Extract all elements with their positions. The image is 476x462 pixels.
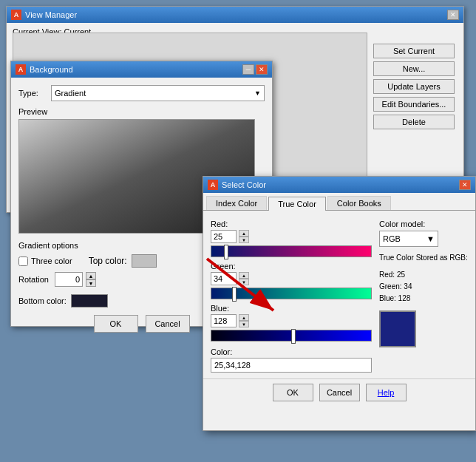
top-color-label: Top color: xyxy=(89,256,127,266)
model-chevron-icon: ▼ xyxy=(426,234,435,243)
bg-minimize-button[interactable]: ─ xyxy=(242,64,254,75)
sc-help-button[interactable]: Help xyxy=(366,384,407,401)
green-slider[interactable] xyxy=(211,288,372,299)
color-label: Color: xyxy=(211,347,372,356)
color-preview-swatch xyxy=(379,310,416,347)
view-manager-titlebar: A View Manager ✕ xyxy=(7,7,463,23)
color-value-input[interactable] xyxy=(211,358,372,373)
green-up-button[interactable]: ▲ xyxy=(239,272,249,279)
blue-label: Blue: xyxy=(211,304,372,313)
close-button[interactable]: ✕ xyxy=(447,10,459,20)
blue-up-button[interactable]: ▲ xyxy=(239,314,249,321)
red-spin: ▲ ▼ xyxy=(239,230,249,243)
true-color-info: True Color Stored as RGB: xyxy=(379,253,468,263)
new-button[interactable]: New... xyxy=(373,61,455,76)
blue-down-button[interactable]: ▼ xyxy=(239,321,249,327)
red-info-value: 25 xyxy=(397,271,405,279)
color-model-dropdown[interactable]: RGB ▼ xyxy=(379,231,438,247)
app-icon: A xyxy=(11,10,21,20)
blue-info-label: Blue: xyxy=(379,294,396,302)
blue-slider-thumb xyxy=(291,329,296,344)
color-info-values: Red: 25 Green: 34 Blue: 128 xyxy=(379,269,468,305)
tab-true-color[interactable]: True Color xyxy=(268,197,326,211)
titlebar-controls: ✕ xyxy=(447,10,459,20)
blue-spin: ▲ ▼ xyxy=(239,314,249,327)
type-label: Type: xyxy=(18,89,47,98)
green-spin: ▲ ▼ xyxy=(239,272,249,285)
red-down-button[interactable]: ▼ xyxy=(239,237,249,243)
rotation-input[interactable] xyxy=(55,272,83,287)
blue-info-value: 128 xyxy=(398,294,411,302)
bottom-color-label: Bottom color: xyxy=(18,296,67,305)
edit-boundaries-button[interactable]: Edit Boundaries... xyxy=(373,97,455,112)
sc-close-button[interactable]: ✕ xyxy=(459,180,471,190)
delete-button[interactable]: Delete xyxy=(373,115,455,129)
green-slider-thumb xyxy=(232,287,237,302)
tab-index-color[interactable]: Index Color xyxy=(206,196,267,210)
set-current-button[interactable]: Set Current xyxy=(373,44,455,58)
red-channel-row: Red: ▲ ▼ xyxy=(211,220,372,257)
three-color-label: Three color xyxy=(31,257,72,265)
blue-input[interactable] xyxy=(211,314,237,327)
type-value: Gradient xyxy=(55,89,86,98)
rotation-label: Rotation xyxy=(18,275,52,284)
red-slider[interactable] xyxy=(211,245,372,257)
view-manager-title: View Manager xyxy=(25,10,77,19)
green-label: Green: xyxy=(211,262,372,271)
green-down-button[interactable]: ▼ xyxy=(239,279,249,285)
bg-cancel-button[interactable]: Cancel xyxy=(146,315,190,333)
three-color-checkbox[interactable] xyxy=(18,257,28,266)
three-color-checkbox-item: Three color xyxy=(18,257,72,266)
green-info-value: 34 xyxy=(404,282,412,291)
bg-close-button[interactable]: ✕ xyxy=(256,64,268,75)
red-info-label: Red: xyxy=(379,271,395,279)
rotation-spin: ▲ ▼ xyxy=(86,272,96,287)
preview-label: Preview xyxy=(18,107,265,116)
green-channel-row: Green: ▲ ▼ xyxy=(211,262,372,299)
sc-sliders-panel: Red: ▲ ▼ Green: ▲ xyxy=(211,220,372,373)
background-title: Background xyxy=(30,65,73,74)
bottom-color-swatch[interactable] xyxy=(71,294,108,308)
rotation-up-arrow[interactable]: ▲ xyxy=(86,272,96,279)
top-color-swatch[interactable] xyxy=(132,254,157,268)
bg-ok-button[interactable]: OK xyxy=(94,315,138,333)
type-dropdown[interactable]: Gradient ▼ xyxy=(51,85,265,101)
sc-cancel-button[interactable]: Cancel xyxy=(319,384,360,401)
color-model-label: Color model: xyxy=(379,220,468,228)
red-up-button[interactable]: ▲ xyxy=(239,230,249,237)
select-color-dialog: A Select Color ✕ Index Color True Color … xyxy=(203,176,476,431)
background-titlebar: A Background ─ ✕ xyxy=(11,61,272,78)
sc-app-icon: A xyxy=(208,180,218,190)
sc-ok-button[interactable]: OK xyxy=(273,384,313,401)
bg-app-icon: A xyxy=(16,64,26,75)
blue-channel-row: Blue: ▲ ▼ xyxy=(211,304,372,342)
green-input[interactable] xyxy=(211,272,237,285)
red-label: Red: xyxy=(211,220,372,228)
type-row: Type: Gradient ▼ xyxy=(18,85,265,101)
sc-info-panel: Color model: RGB ▼ True Color Stored as … xyxy=(379,220,468,373)
sc-tabs-bar: Index Color True Color Color Books xyxy=(203,193,475,211)
sc-body: Red: ▲ ▼ Green: ▲ xyxy=(203,217,475,376)
red-input[interactable] xyxy=(211,230,237,243)
color-label-row: Color: xyxy=(211,347,372,373)
update-layers-button[interactable]: Update Layers xyxy=(373,79,455,94)
color-model-value: RGB xyxy=(383,234,401,243)
red-slider-thumb xyxy=(224,245,228,259)
chevron-down-icon: ▼ xyxy=(254,89,261,97)
rotation-down-arrow[interactable]: ▼ xyxy=(86,279,96,287)
sc-title: Select Color xyxy=(222,180,266,189)
blue-slider[interactable] xyxy=(211,330,372,342)
vm-buttons-panel: Set Current New... Update Layers Edit Bo… xyxy=(373,44,455,129)
tab-color-books[interactable]: Color Books xyxy=(327,196,391,210)
sc-titlebar: A Select Color ✕ xyxy=(203,177,475,193)
green-info-label: Green: xyxy=(379,282,402,291)
sc-footer: OK Cancel Help xyxy=(203,378,475,406)
